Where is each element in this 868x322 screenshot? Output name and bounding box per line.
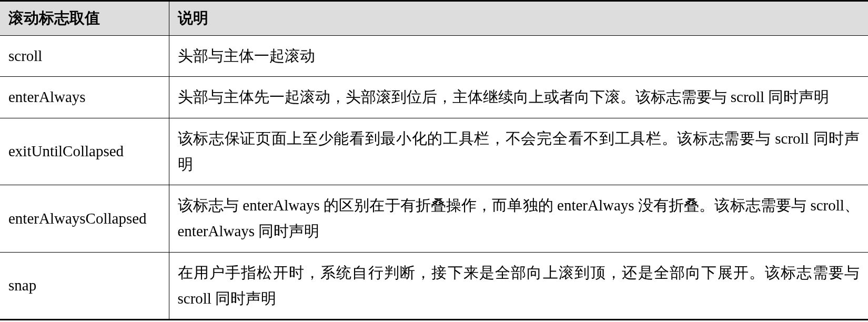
- table-row: snap 在用户手指松开时，系统自行判断，接下来是全部向上滚到顶，还是全部向下展…: [0, 252, 868, 320]
- cell-description: 头部与主体先一起滚动，头部滚到位后，主体继续向上或者向下滚。该标志需要与 scr…: [169, 77, 868, 118]
- scroll-flags-table: 滚动标志取值 说明 scroll 头部与主体一起滚动 enterAlways 头…: [0, 0, 868, 320]
- table-header-row: 滚动标志取值 说明: [0, 1, 868, 36]
- cell-description: 该标志与 enterAlways 的区别在于有折叠操作，而单独的 enterAl…: [169, 185, 868, 253]
- cell-value: scroll: [0, 36, 169, 77]
- cell-description: 头部与主体一起滚动: [169, 36, 868, 77]
- cell-value: enterAlwaysCollapsed: [0, 185, 169, 253]
- cell-description: 该标志保证页面上至少能看到最小化的工具栏，不会完全看不到工具栏。该标志需要与 s…: [169, 118, 868, 185]
- header-value: 滚动标志取值: [0, 1, 169, 36]
- table-row: enterAlwaysCollapsed 该标志与 enterAlways 的区…: [0, 185, 868, 253]
- header-description: 说明: [169, 1, 868, 36]
- cell-value: enterAlways: [0, 77, 169, 118]
- cell-value: snap: [0, 252, 169, 320]
- table-row: scroll 头部与主体一起滚动: [0, 36, 868, 77]
- table-row: enterAlways 头部与主体先一起滚动，头部滚到位后，主体继续向上或者向下…: [0, 77, 868, 118]
- cell-value: exitUntilCollapsed: [0, 118, 169, 185]
- cell-description: 在用户手指松开时，系统自行判断，接下来是全部向上滚到顶，还是全部向下展开。该标志…: [169, 252, 868, 320]
- table-row: exitUntilCollapsed 该标志保证页面上至少能看到最小化的工具栏，…: [0, 118, 868, 185]
